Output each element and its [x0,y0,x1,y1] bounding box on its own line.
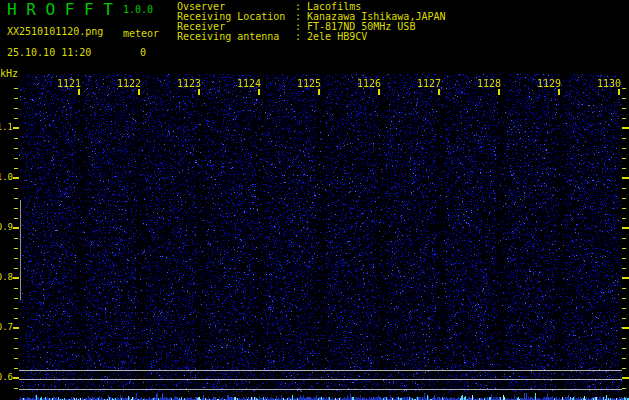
freq-minor-tick-right [622,208,626,209]
freq-minor-tick-right [622,188,626,189]
carrier-signal-line [19,379,622,380]
freq-major-tick-right [622,327,629,329]
freq-major-tick-right [622,177,629,179]
station-info-label: Receiving antenna [177,32,295,42]
freq-minor-tick-right [622,298,626,299]
freq-minor-tick-right [622,338,626,339]
freq-minor-tick-left [14,298,18,299]
freq-tick-label: 1.0 [0,173,13,182]
time-tick [438,89,440,95]
app-title: H R O F F T [7,2,113,18]
time-tick-label: 1127 [417,79,441,89]
freq-minor-tick-left [14,138,18,139]
freq-minor-tick-left [14,238,18,239]
freq-minor-tick-left [14,338,18,339]
freq-minor-tick-right [622,268,626,269]
freq-minor-tick-right [622,88,626,89]
time-tick [498,89,500,95]
freq-minor-tick-left [14,358,18,359]
time-tick-label: 1130 [597,79,621,89]
time-tick-label: 1129 [537,79,561,89]
freq-minor-tick-right [622,118,626,119]
freq-minor-tick-left [14,108,18,109]
freq-minor-tick-left [14,288,18,289]
echo-count: 0 [140,48,146,58]
time-tick-label: 1122 [117,79,141,89]
freq-unit-label: kHz [0,69,18,79]
freq-major-tick-right [622,277,629,279]
time-tick-label: 1121 [57,79,81,89]
time-tick [198,89,200,95]
carrier-signal-line [19,389,622,390]
freq-minor-tick-left [14,148,18,149]
freq-minor-tick-right [622,248,626,249]
freq-minor-tick-left [14,368,18,369]
freq-minor-tick-left [14,318,18,319]
freq-minor-tick-left [14,268,18,269]
freq-minor-tick-left [14,258,18,259]
freq-major-tick-right [622,127,629,129]
freq-minor-tick-left [14,98,18,99]
output-filename: XX2510101120.png [7,27,103,37]
time-tick [618,89,620,95]
freq-major-tick-left [13,127,19,129]
station-info-row: Receiving antenna:2ele HB9CV [177,32,446,42]
freq-minor-tick-left [14,168,18,169]
freq-minor-tick-right [622,98,626,99]
freq-minor-tick-right [622,198,626,199]
observation-datetime: 25.10.10 11:20 [7,48,91,58]
freq-major-tick-left [13,277,19,279]
freq-minor-tick-right [622,358,626,359]
signal-level-strip [19,392,629,400]
freq-minor-tick-left [14,248,18,249]
time-tick [138,89,140,95]
freq-major-tick-left [13,327,19,329]
freq-minor-tick-right [622,218,626,219]
freq-minor-tick-right [622,108,626,109]
freq-major-tick-right [622,377,629,379]
time-tick-label: 1126 [357,79,381,89]
freq-major-tick-left [13,227,19,229]
freq-major-tick-left [13,177,19,179]
freq-minor-tick-left [14,348,18,349]
spectrogram-canvas [19,74,622,392]
freq-minor-tick-right [622,288,626,289]
observation-mode-label: meteor [123,29,159,39]
freq-minor-tick-left [14,198,18,199]
freq-minor-tick-right [622,308,626,309]
station-info-value: 2ele HB9CV [307,32,367,42]
freq-tick-label: 0.6 [0,373,13,382]
time-tick [558,89,560,95]
freq-minor-tick-right [622,348,626,349]
time-tick-label: 1125 [297,79,321,89]
freq-minor-tick-right [622,238,626,239]
freq-minor-tick-right [622,368,626,369]
freq-minor-tick-right [622,168,626,169]
time-tick [78,89,80,95]
freq-minor-tick-left [14,208,18,209]
freq-minor-tick-right [622,138,626,139]
detect-range-marker [20,200,21,300]
freq-minor-tick-right [622,258,626,259]
freq-minor-tick-left [14,218,18,219]
time-tick-label: 1123 [177,79,201,89]
app-version: 1.0.0 [123,5,153,15]
freq-minor-tick-left [14,158,18,159]
station-info: Ovserver:LacofilmsReceiving Location:Kan… [177,2,446,42]
freq-minor-tick-left [14,308,18,309]
time-tick-label: 1124 [237,79,261,89]
freq-minor-tick-left [14,118,18,119]
freq-minor-tick-right [622,318,626,319]
time-tick-label: 1128 [477,79,501,89]
time-tick [378,89,380,95]
carrier-signal-line [19,370,622,371]
time-tick [318,89,320,95]
freq-tick-label: 0.9 [0,223,13,232]
freq-major-tick-right [622,227,629,229]
freq-minor-tick-right [622,158,626,159]
freq-minor-tick-right [622,148,626,149]
freq-minor-tick-right [622,388,626,389]
hrofft-window: H R O F F T 1.0.0 XX2510101120.png meteo… [0,0,629,400]
freq-minor-tick-left [14,188,18,189]
station-info-separator: : [295,32,301,42]
